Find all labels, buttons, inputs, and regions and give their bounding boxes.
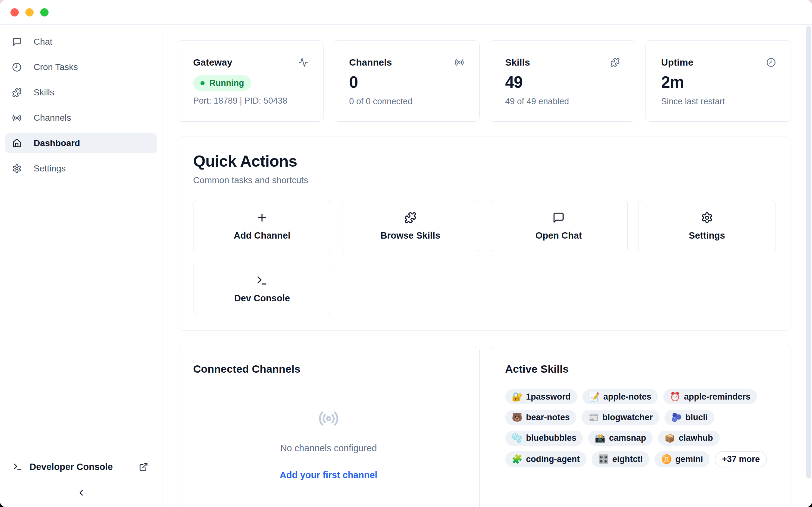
sidebar-item-cron-tasks[interactable]: Cron Tasks: [5, 57, 157, 77]
status-dot: [200, 81, 205, 85]
home-icon: [12, 138, 21, 148]
stat-title: Channels: [349, 57, 392, 68]
settings-button[interactable]: Settings: [638, 200, 776, 252]
chevron-left-icon[interactable]: [77, 488, 86, 498]
sidebar-item-settings[interactable]: Settings: [5, 158, 157, 179]
skill-chip-blogwatcher: 📰 blogwatcher: [581, 410, 659, 425]
dev-console-button[interactable]: Dev Console: [193, 263, 331, 315]
skill-chip-clawhub: 📦 clawhub: [658, 431, 720, 446]
add-first-channel-link[interactable]: Add your first channel: [280, 470, 377, 481]
sidebar-item-chat[interactable]: Chat: [5, 32, 157, 52]
skill-emoji-icon: 🫐: [671, 412, 682, 422]
skill-emoji-icon: 📝: [589, 392, 600, 402]
stat-title: Gateway: [193, 57, 232, 68]
content: Chat Cron Tasks Skills Channels Dashboar…: [0, 25, 812, 507]
stat-card-channels: Channels 0 0 of 0 connected: [334, 40, 479, 122]
skill-chip-1password: 🔐 1password: [505, 389, 577, 404]
titlebar: [0, 0, 812, 25]
app-window: Chat Cron Tasks Skills Channels Dashboar…: [0, 0, 812, 507]
quick-actions-panel: Quick Actions Common tasks and shortcuts…: [177, 136, 792, 331]
stat-card-skills: Skills 49 49 of 49 enabled: [490, 40, 636, 122]
sidebar-spacer: [0, 179, 162, 462]
settings-icon: [701, 212, 713, 224]
developer-console-button[interactable]: Developer Console: [0, 462, 162, 472]
channels-empty-text: No channels configured: [280, 443, 377, 453]
skill-emoji-icon: 📰: [588, 412, 599, 422]
skill-chip-apple-reminders: ⏰ apple-reminders: [663, 389, 757, 404]
stat-card-gateway: Gateway Running Port: 18789 | PID: 50438: [177, 40, 323, 122]
browse-skills-button[interactable]: Browse Skills: [342, 200, 479, 252]
connected-channels-card: Connected Channels No channels configure…: [177, 346, 479, 507]
status-badge: Running: [193, 75, 251, 91]
sidebar-nav: Chat Cron Tasks Skills Channels Dashboar…: [0, 32, 162, 179]
stat-detail: Since last restart: [661, 97, 776, 107]
add-channel-button[interactable]: Add Channel: [193, 200, 331, 252]
channels-empty-state: No channels configured Add your first ch…: [193, 408, 464, 481]
skill-emoji-icon: 🎛️: [598, 454, 609, 464]
stat-detail: 49 of 49 enabled: [505, 97, 620, 107]
stats-row: Gateway Running Port: 18789 | PID: 50438…: [177, 40, 792, 122]
terminal-icon: [256, 274, 268, 286]
sidebar-item-skills[interactable]: Skills: [5, 82, 157, 103]
puzzle-icon: [610, 58, 620, 67]
stat-title: Skills: [505, 57, 530, 68]
active-skills-card: Active Skills 🔐 1password 📝 apple-notes …: [490, 346, 792, 507]
skill-chip-bear-notes: 🐻 bear-notes: [505, 410, 577, 425]
zoom-button[interactable]: [40, 8, 49, 16]
stat-detail: Port: 18789 | PID: 50438: [193, 96, 308, 106]
message-square-icon: [553, 212, 565, 224]
puzzle-icon: [404, 212, 416, 224]
skill-emoji-icon: 🫧: [512, 433, 523, 443]
bottom-cards: Connected Channels No channels configure…: [177, 346, 792, 507]
skill-emoji-icon: 🧩: [512, 454, 523, 464]
skill-chip-camsnap: 📸 camsnap: [588, 431, 653, 446]
skill-chip-coding-agent: 🧩 coding-agent: [505, 451, 587, 467]
skill-emoji-icon: 🔐: [512, 392, 523, 402]
stat-value: 49: [505, 73, 620, 92]
developer-console-label: Developer Console: [30, 462, 113, 472]
stat-value: 2m: [661, 73, 776, 92]
quick-actions-subtitle: Common tasks and shortcuts: [193, 175, 776, 185]
more-skills-button[interactable]: +37 more: [715, 451, 767, 467]
sidebar-item-dashboard[interactable]: Dashboard: [5, 133, 157, 153]
active-skills-title: Active Skills: [505, 363, 776, 375]
main-area: Gateway Running Port: 18789 | PID: 50438…: [162, 25, 812, 507]
close-button[interactable]: [10, 8, 19, 16]
terminal-icon: [13, 462, 22, 472]
radio-icon: [318, 408, 339, 429]
puzzle-icon: [12, 88, 21, 97]
plus-icon: [256, 212, 268, 224]
skill-chip-bluebubbles: 🫧 bluebubbles: [505, 431, 583, 446]
skills-chip-list: 🔐 1password 📝 apple-notes ⏰ apple-remind…: [505, 389, 776, 467]
stat-detail: 0 of 0 connected: [349, 97, 464, 107]
sidebar-item-channels[interactable]: Channels: [5, 108, 157, 128]
skill-chip-gemini: ♊️ gemini: [654, 451, 710, 467]
message-square-icon: [12, 37, 21, 47]
skill-chip-blucli: 🫐 blucli: [664, 410, 714, 425]
stat-title: Uptime: [661, 57, 693, 68]
open-chat-button[interactable]: Open Chat: [490, 200, 628, 252]
connected-channels-title: Connected Channels: [193, 363, 464, 375]
radio-icon: [455, 58, 464, 67]
sidebar-collapse: [0, 488, 162, 498]
skill-chip-apple-notes: 📝 apple-notes: [582, 389, 658, 404]
skill-chip-eightctl: 🎛️ eightctl: [592, 451, 650, 467]
skill-emoji-icon: ⏰: [670, 392, 681, 402]
radio-icon: [12, 113, 21, 123]
skill-emoji-icon: 📦: [664, 433, 675, 443]
sidebar: Chat Cron Tasks Skills Channels Dashboar…: [0, 25, 162, 507]
external-link-icon[interactable]: [139, 462, 148, 471]
scrollbar-thumb[interactable]: [806, 26, 811, 478]
skill-emoji-icon: ♊️: [661, 454, 672, 464]
quick-actions-grid: Add Channel Browse Skills Open Chat Sett…: [193, 200, 776, 315]
skill-emoji-icon: 📸: [595, 433, 606, 443]
clock-icon: [766, 58, 776, 67]
clock-icon: [12, 62, 21, 72]
minimize-button[interactable]: [26, 8, 34, 16]
activity-icon: [299, 58, 308, 67]
settings-icon: [12, 164, 21, 173]
quick-actions-title: Quick Actions: [193, 152, 776, 170]
skill-emoji-icon: 🐻: [512, 412, 523, 422]
stat-value: 0: [349, 73, 464, 92]
stat-card-uptime: Uptime 2m Since last restart: [646, 40, 792, 122]
